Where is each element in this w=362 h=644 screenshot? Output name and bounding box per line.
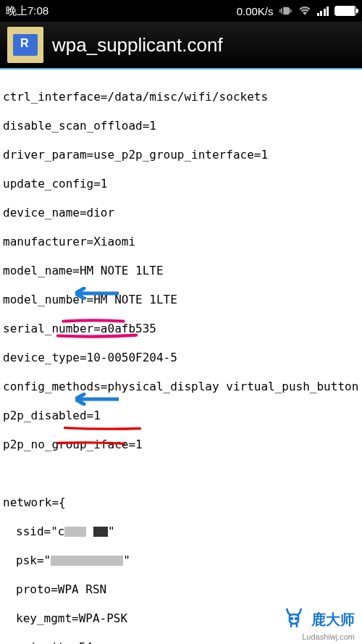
- red-underline-annotation: [43, 298, 116, 301]
- config-line: device_type=10-0050F204-5: [3, 351, 359, 365]
- svg-point-0: [291, 618, 292, 619]
- ssid-line: ssid="c ": [3, 524, 359, 539]
- config-line: p2p_no_group_iface=1: [3, 438, 359, 452]
- config-line: disable_scan_offload=1: [3, 119, 359, 133]
- watermark-url: Ludashiwj.com: [302, 632, 355, 641]
- signal-icon: [317, 6, 329, 16]
- wifi-icon: [298, 4, 311, 17]
- arrow-annotation-icon: [62, 272, 105, 285]
- red-underline-annotation: [38, 419, 117, 423]
- watermark: 鹿大师 Ludashiwj.com: [281, 606, 355, 634]
- vibrate-icon: [279, 4, 292, 17]
- net-speed: 0.00K/s: [237, 5, 274, 17]
- deer-logo-icon: [281, 606, 307, 634]
- watermark-text: 鹿大师: [311, 610, 355, 630]
- red-underline-annotation: [43, 405, 134, 409]
- file-content[interactable]: ctrl_interface=/data/misc/wifi/sockets d…: [0, 70, 362, 644]
- config-line: model_name=HM NOTE 1LTE: [3, 264, 359, 278]
- network-open: network={: [3, 495, 359, 510]
- arrow-annotation-icon: [62, 378, 105, 391]
- config-line: update_config=1: [3, 177, 359, 191]
- svg-point-1: [295, 618, 297, 619]
- config-line: device_name=dior: [3, 206, 359, 220]
- config-line: config_methods=physical_display virtual_…: [3, 380, 359, 394]
- config-line: manufacturer=Xiaomi: [3, 235, 359, 249]
- config-line: ctrl_interface=/data/misc/wifi/sockets: [3, 90, 359, 104]
- file-title: wpa_supplicant.conf: [52, 34, 223, 57]
- root-explorer-icon[interactable]: [7, 27, 43, 63]
- config-line: driver_param=use_p2p_group_interface=1: [3, 148, 359, 162]
- status-time: 晚上7:08: [6, 4, 49, 18]
- status-bar: 晚上7:08 0.00K/s: [0, 0, 362, 22]
- app-header: wpa_supplicant.conf: [0, 22, 362, 70]
- battery-icon: [334, 6, 356, 16]
- red-underline-annotation: [36, 312, 130, 316]
- proto-line: proto=WPA RSN: [3, 582, 359, 597]
- psk-line: psk="": [3, 553, 359, 568]
